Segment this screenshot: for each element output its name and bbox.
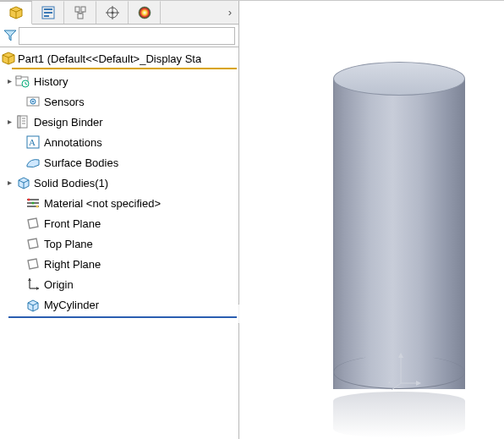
tab-display-manager[interactable] [129, 1, 161, 24]
node-label: Annotations [44, 136, 102, 149]
feature-manager-panel: › Part1 (Default<<Default>_Display Sta ▸… [0, 1, 239, 439]
node-surface-bodies[interactable]: Surface Bodies [0, 152, 238, 173]
plane-icon [25, 216, 41, 231]
binder-icon [15, 114, 30, 129]
node-top-plane[interactable]: Top Plane [0, 233, 238, 254]
svg-rect-6 [75, 7, 79, 12]
folder-history-icon [15, 74, 30, 89]
appearance-icon [137, 5, 152, 20]
node-history[interactable]: ▸ History [0, 71, 238, 91]
svg-text:A: A [29, 137, 36, 147]
svg-marker-45 [28, 278, 31, 281]
node-label: Surface Bodies [44, 156, 118, 169]
node-feature-mycylinder[interactable]: MyCylinder [0, 294, 238, 315]
node-material[interactable]: Material <not specified> [0, 193, 238, 213]
svg-point-14 [111, 12, 113, 14]
solid-icon [15, 175, 30, 190]
cylinder-top [333, 62, 465, 96]
svg-point-39 [36, 206, 39, 208]
tree-end-underline [8, 316, 237, 318]
root-underline [12, 68, 237, 69]
app-root: › Part1 (Default<<Default>_Display Sta ▸… [0, 0, 504, 439]
node-design-binder[interactable]: ▸ Design Binder [0, 112, 238, 132]
svg-rect-26 [18, 116, 20, 128]
filter-row [0, 25, 238, 47]
triad-icon: * [388, 349, 422, 392]
cube-icon [8, 5, 24, 20]
svg-point-38 [32, 202, 35, 205]
extrude-icon [25, 297, 41, 312]
funnel-icon [3, 29, 17, 42]
node-annotations[interactable]: A Annotations [0, 132, 238, 152]
node-right-plane[interactable]: Right Plane [0, 254, 238, 274]
node-origin[interactable]: Origin [0, 274, 238, 294]
svg-rect-7 [81, 7, 85, 12]
expander-icon[interactable]: ▸ [5, 77, 14, 85]
node-front-plane[interactable]: Front Plane [0, 213, 238, 233]
cylinder-body [333, 79, 465, 389]
expander-icon[interactable]: ▸ [5, 118, 14, 126]
tab-dimxpert-manager[interactable] [96, 1, 129, 24]
tabs-spacer [161, 1, 222, 24]
node-label: MyCylinder [44, 299, 99, 311]
configuration-icon [73, 5, 88, 20]
chevron-right-icon: › [228, 6, 232, 19]
node-label: Design Binder [34, 116, 103, 129]
feature-tree: Part1 (Default<<Default>_Display Sta ▸ H… [0, 47, 238, 439]
node-label: Top Plane [44, 238, 93, 250]
svg-marker-41 [28, 239, 38, 249]
root-label: Part1 (Default<<Default>_Display Sta [18, 52, 201, 65]
node-sensors[interactable]: Sensors [0, 91, 238, 112]
svg-rect-4 [44, 12, 52, 14]
graphics-viewport[interactable]: * [239, 1, 504, 439]
node-solid-bodies[interactable]: ▸ Solid Bodies(1) [0, 173, 238, 193]
svg-rect-20 [16, 76, 21, 79]
floor-reflection [333, 392, 465, 438]
model-cylinder[interactable] [333, 62, 465, 389]
plane-icon [25, 256, 41, 272]
node-label: Solid Bodies(1) [34, 177, 108, 189]
panel-tabs: › [0, 1, 238, 25]
svg-marker-16 [4, 30, 16, 41]
expander-icon[interactable]: ▸ [5, 178, 14, 187]
svg-rect-5 [44, 15, 49, 17]
origin-triad: * [388, 349, 422, 392]
svg-marker-42 [28, 259, 38, 269]
svg-point-15 [139, 7, 151, 19]
material-icon [25, 195, 41, 211]
surface-icon [25, 155, 41, 170]
svg-marker-40 [28, 218, 38, 228]
svg-rect-3 [44, 8, 52, 10]
node-label: Origin [44, 278, 74, 291]
target-icon [105, 5, 120, 20]
svg-line-53 [392, 383, 401, 390]
svg-rect-8 [78, 14, 83, 19]
tab-property-manager[interactable] [32, 1, 64, 24]
svg-marker-46 [36, 287, 39, 290]
node-label: Material <not specified> [44, 197, 161, 210]
svg-text:*: * [388, 380, 391, 387]
node-label: History [34, 75, 68, 88]
origin-icon [25, 277, 41, 292]
filter-input[interactable] [19, 27, 235, 45]
svg-marker-52 [416, 381, 421, 386]
tabs-overflow[interactable]: › [222, 1, 238, 24]
node-label: Right Plane [44, 258, 101, 271]
sensor-icon [25, 94, 41, 109]
tree-root[interactable]: Part1 (Default<<Default>_Display Sta [0, 49, 238, 68]
svg-point-37 [28, 199, 30, 201]
plane-icon [25, 236, 41, 251]
property-icon [41, 5, 56, 20]
svg-point-24 [32, 101, 34, 102]
part-icon [2, 52, 15, 65]
tab-configuration-manager[interactable] [64, 1, 96, 24]
node-label: Sensors [44, 96, 85, 108]
node-label: Front Plane [44, 217, 101, 230]
svg-marker-50 [398, 353, 403, 358]
annotations-icon: A [25, 134, 41, 150]
tab-feature-manager[interactable] [0, 1, 32, 25]
